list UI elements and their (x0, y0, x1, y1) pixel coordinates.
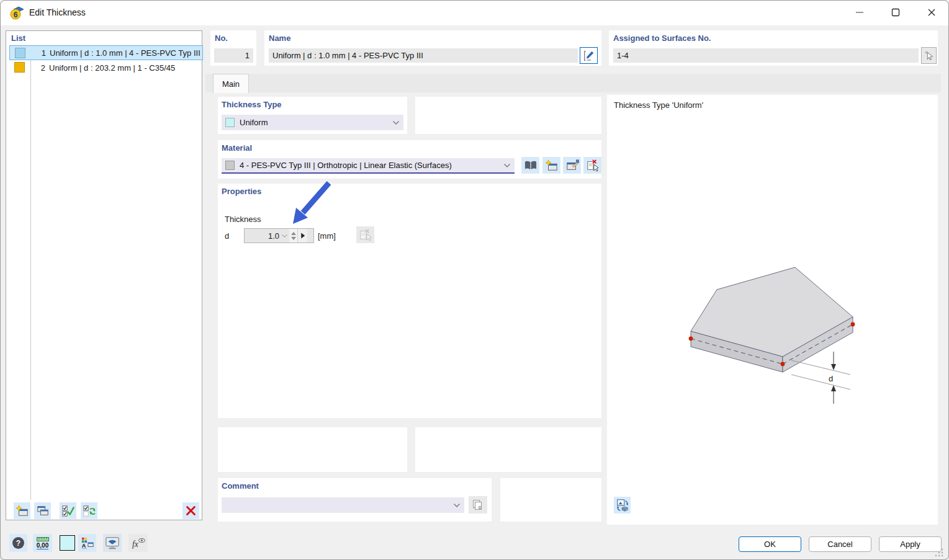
assigned-surfaces-field[interactable]: 1-4 (613, 48, 919, 63)
expand-arrow-icon[interactable] (297, 229, 307, 242)
select-all-icon[interactable] (60, 502, 76, 519)
name-field[interactable]: Uniform | d : 1.0 mm | 4 - PES-PVC Typ I… (269, 48, 578, 63)
comment-group: Comment (218, 478, 492, 522)
delete-material-button[interactable] (583, 157, 601, 174)
window-title: Edit Thickness (29, 7, 86, 17)
slab-3d-diagram: d (669, 257, 883, 409)
chevron-down-icon (392, 120, 400, 125)
spinner-up-down[interactable] (289, 229, 297, 242)
close-button[interactable] (917, 1, 946, 24)
cancel-button[interactable]: Cancel (809, 536, 871, 552)
list-divider (30, 45, 31, 500)
material-value: 4 - PES-PVC Typ III | Orthotropic | Line… (240, 161, 452, 170)
thickness-color-swatch (15, 48, 25, 58)
thickness-type-group: Thickness Type Uniform (218, 97, 407, 134)
pick-surfaces-button[interactable] (921, 47, 937, 64)
display-letter: A (81, 543, 86, 549)
list-item-label: Uniform | d : 203.2 mm | 1 - C35/45 (49, 63, 175, 73)
properties-label: Properties (222, 187, 261, 196)
d-label: d (225, 231, 229, 241)
thickness-type-value: Uniform (240, 118, 268, 127)
units-icon-label: 0,00 (37, 542, 48, 549)
list-panel-label: List (11, 33, 25, 43)
new-thickness-button[interactable] (14, 502, 30, 519)
material-label: Material (222, 143, 252, 153)
invert-selection-icon[interactable] (81, 502, 97, 519)
thickness-color-swatch (14, 62, 25, 73)
empty-group-mid-right (415, 427, 601, 472)
name-group: Name Uniform | d : 1.0 mm | 4 - PES-PVC … (264, 30, 601, 66)
preview-panel: Thickness Type 'Uniform' d (607, 95, 938, 525)
thickness-label: Thickness (225, 215, 261, 224)
chevron-down-icon (503, 163, 511, 168)
name-label: Name (269, 33, 290, 43)
d-unit-label: [mm] (318, 231, 336, 241)
list-item-number: 2 (35, 63, 45, 73)
no-label: No. (215, 33, 228, 43)
thickness-type-select[interactable]: Uniform (222, 115, 403, 130)
thickness-d-input[interactable]: 1.0 (244, 228, 314, 243)
tab-strip (205, 74, 941, 92)
chevron-down-icon (453, 503, 461, 508)
apply-button[interactable]: Apply (879, 536, 942, 552)
material-group: Material 4 - PES-PVC Typ III | Orthotrop… (218, 140, 601, 179)
title-bar: 6 Edit Thickness (1, 1, 948, 25)
comment-label: Comment (222, 481, 259, 491)
units-settings-button[interactable]: 0,00 (33, 534, 52, 552)
assigned-surfaces-group: Assigned to Surfaces No. 1-4 (609, 30, 938, 66)
empty-group-top (415, 97, 601, 134)
thickness-type-swatch (225, 118, 235, 127)
material-select[interactable]: 4 - PES-PVC Typ III | Orthotropic | Line… (222, 158, 515, 174)
empty-group-mid-left (218, 427, 407, 472)
fx-label: fx (132, 540, 138, 549)
svg-text:6: 6 (14, 11, 18, 19)
list-item[interactable]: 1 Uniform | d : 1.0 mm | 4 - PES-PVC Typ… (9, 45, 203, 60)
list-item-number: 1 (36, 48, 46, 58)
list-item-label: Uniform | d : 1.0 mm | 4 - PES-PVC Typ I… (50, 48, 200, 58)
formula-view-button[interactable]: fx (128, 534, 148, 552)
resize-grip[interactable] (934, 548, 944, 559)
list-item[interactable]: 2 Uniform | d : 203.2 mm | 1 - C35/45 (9, 60, 203, 75)
list-panel: List 1 Uniform | d : 1.0 mm | 4 - PES-PV… (6, 30, 202, 520)
copy-comment-button[interactable] (469, 496, 487, 513)
reset-value-button[interactable] (356, 226, 374, 243)
material-swatch (225, 161, 235, 170)
help-button[interactable]: ? (9, 534, 27, 552)
question-mark-icon: ? (12, 537, 24, 549)
thickness-d-value: 1.0 (268, 231, 279, 241)
display-properties-button[interactable]: A (78, 534, 96, 552)
comment-select[interactable] (222, 497, 464, 513)
chevron-down-icon[interactable] (281, 234, 288, 238)
delete-thickness-icon[interactable] (182, 502, 199, 519)
material-library-button[interactable] (521, 157, 539, 174)
minimize-button[interactable] (845, 1, 874, 24)
dimension-d-label: d (829, 374, 833, 383)
app-icon: 6 (9, 6, 24, 20)
thickness-type-label: Thickness Type (222, 100, 282, 109)
current-color-swatch[interactable] (60, 535, 75, 551)
new-material-button[interactable] (542, 157, 560, 174)
tab-main[interactable]: Main (213, 74, 249, 93)
ok-button[interactable]: OK (739, 536, 801, 552)
empty-group-bottom-right (500, 478, 601, 522)
edit-name-button[interactable] (580, 47, 598, 64)
toggle-preview-view-button[interactable] (614, 497, 631, 513)
no-group: No. 1 (210, 30, 256, 66)
edit-thickness-dialog: 6 Edit Thickness List 1 Uniform | d : 1.… (0, 0, 949, 560)
edit-material-button[interactable] (563, 157, 581, 174)
maximize-button[interactable] (881, 1, 910, 24)
preview-caption: Thickness Type 'Uniform' (614, 100, 703, 110)
copy-thickness-button[interactable] (34, 502, 51, 519)
assigned-surfaces-label: Assigned to Surfaces No. (613, 33, 711, 43)
rendering-settings-button[interactable] (103, 534, 122, 552)
properties-group: Properties Thickness d 1.0 [mm] (218, 184, 601, 418)
no-field[interactable]: 1 (214, 48, 253, 63)
